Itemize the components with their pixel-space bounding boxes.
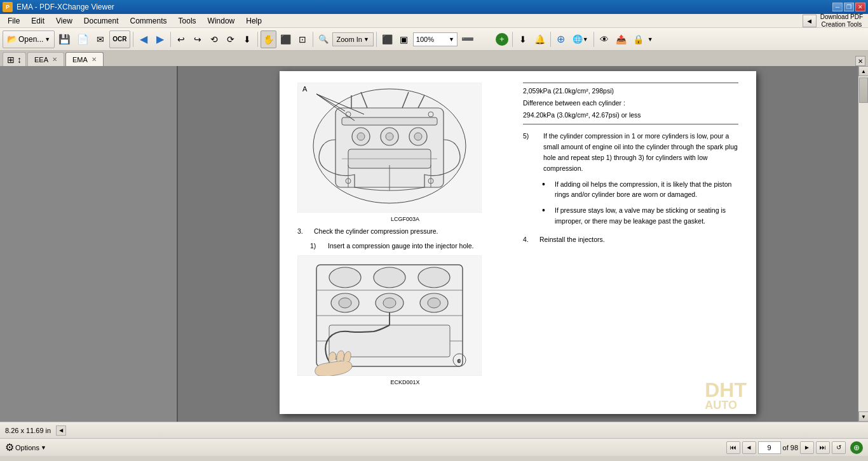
svg-point-19 [357, 133, 365, 140]
step4-number: 4. [523, 234, 534, 245]
menu-edit[interactable]: Edit [26, 15, 50, 27]
title-bar: P EMA - PDF-XChange Viewer ─ ❐ ✕ [0, 0, 868, 14]
scroll-track[interactable] [858, 76, 868, 411]
zoom-minus-button[interactable]: ➖ [459, 30, 477, 48]
separator-line [523, 83, 738, 83]
page-number-input[interactable] [758, 441, 781, 454]
tool-btn-7[interactable]: 🔒 [630, 30, 646, 48]
tool-btn-3[interactable]: ⊕ [553, 30, 569, 48]
scroll-up-btn[interactable]: ▲ [858, 66, 868, 76]
options-button[interactable]: ⚙ Options ▼ [5, 441, 46, 453]
tab-eea-close[interactable]: ✕ [52, 56, 57, 63]
fit-width-button[interactable]: ⬛ [379, 30, 395, 48]
app-tabs-icon[interactable]: ⊞ ↕ [3, 52, 26, 66]
right-scrollbar[interactable]: ▲ ▼ [858, 66, 868, 422]
nav-green-btn[interactable]: ⊕ [850, 441, 863, 454]
step3-container: 3. Check the cylinder compression pressu… [297, 226, 513, 237]
right-column: 2,059kPa (21.0kg/cm², 298psi) Difference… [523, 83, 738, 387]
step4-text: Reinstall the injectors. [539, 234, 605, 245]
download-pdf-button[interactable]: Download PDF Creation Tools [820, 13, 863, 29]
nav-prev-btn[interactable]: ◄ [742, 441, 756, 454]
nav-next-btn[interactable]: ► [800, 441, 814, 454]
tab-ema-close[interactable]: ✕ [92, 56, 97, 63]
tool-btn-6[interactable]: 📤 [613, 30, 629, 48]
separator-2 [170, 32, 171, 47]
tool-btn-2[interactable]: 🔔 [532, 30, 548, 48]
bottom-toolbar: ⚙ Options ▼ ⏮ ◄ of 98 ► ⏭ ↺ ⊕ [0, 438, 868, 456]
window-controls: ─ ❐ ✕ [832, 3, 865, 11]
save-as-button[interactable]: 📄 [74, 30, 92, 48]
step4-container: 4. Reinstall the injectors. [523, 234, 738, 245]
zoom-in-button[interactable]: Zoom In ▼ [332, 32, 374, 46]
menu-help[interactable]: Help [241, 15, 267, 27]
engine-diagram-2: c [297, 255, 482, 376]
step3-1-text: Insert a compression gauge into the inje… [328, 241, 473, 251]
nav-last-btn[interactable]: ⏭ [816, 441, 830, 454]
hand-tool-button[interactable]: ✋ [261, 30, 276, 48]
svg-point-33 [418, 267, 450, 288]
zoom-plus-button[interactable] [478, 30, 493, 48]
scroll-left-btn[interactable]: ◄ [56, 425, 66, 436]
zoom-combo[interactable]: 100% ▼ [413, 32, 458, 46]
left-column: A [297, 83, 513, 387]
pdf-area[interactable]: A [178, 66, 858, 422]
ocr-button[interactable]: OCR [109, 30, 130, 48]
bullet2-container: • If pressure stays low, a valve may be … [542, 205, 738, 227]
nav-refresh-btn[interactable]: ↺ [832, 441, 846, 454]
menu-tools[interactable]: Tools [173, 15, 201, 27]
diagram1-label-a: A [302, 84, 307, 95]
menu-view[interactable]: View [51, 15, 78, 27]
tool-btn-5[interactable]: 👁 [597, 30, 612, 48]
down-arrow-button[interactable]: ⬇ [240, 30, 255, 48]
scroll-down-btn[interactable]: ▼ [858, 411, 868, 422]
nav-forward-button[interactable]: ▶ [153, 30, 168, 48]
rotate-ccw2-button[interactable]: ⟲ [207, 30, 222, 48]
download-arrow-btn[interactable]: ◄ [803, 15, 817, 27]
menu-document[interactable]: Document [79, 15, 124, 27]
nav-back-button[interactable]: ◀ [136, 30, 151, 48]
step5-container: 5) If the cylinder compression in 1 or m… [523, 131, 738, 173]
nav-first-btn[interactable]: ⏮ [726, 441, 740, 454]
tab-ema[interactable]: EMA ✕ [65, 52, 104, 66]
step3-1-number: 1) [310, 241, 323, 251]
svg-point-37 [339, 298, 351, 308]
minimize-button[interactable]: ─ [832, 3, 843, 11]
left-panel [0, 66, 178, 422]
svg-point-20 [386, 133, 393, 140]
tab-eea[interactable]: EEA ✕ [27, 52, 64, 66]
menu-window[interactable]: Window [203, 15, 240, 27]
menu-comments[interactable]: Comments [125, 15, 172, 27]
step3-1-container: 1) Insert a compression gauge into the i… [310, 241, 513, 251]
separator-3 [257, 32, 258, 47]
bullet1-text: If adding oil helps the compression, it … [555, 179, 738, 201]
tool-btn-1[interactable]: ⬇ [515, 30, 531, 48]
rotate-cw-button[interactable]: ↪ [190, 30, 205, 48]
toolbar-dropdown[interactable]: ▼ [648, 36, 653, 43]
window-title: EMA - PDF-XChange Viewer [17, 3, 114, 11]
save-button[interactable]: 💾 [56, 30, 73, 48]
bullet1-dot: • [542, 179, 550, 201]
open-button[interactable]: 📂 Open... ▼ [3, 30, 55, 48]
select-tool-button[interactable]: ⬛ [278, 30, 294, 48]
page-of-label: of 98 [783, 444, 798, 451]
snapshot-tool-button[interactable]: ⊡ [295, 30, 310, 48]
tab-close-all[interactable]: ✕ [855, 56, 865, 66]
svg-point-39 [428, 298, 440, 308]
separator-line2 [523, 124, 738, 124]
email-button[interactable]: ✉ [93, 30, 108, 48]
restore-button[interactable]: ❐ [844, 3, 854, 11]
fit-page-button[interactable]: ▣ [397, 30, 412, 48]
scroll-thumb[interactable] [859, 77, 868, 103]
rotate-ccw-button[interactable]: ↩ [173, 30, 189, 48]
step5-number: 5) [523, 131, 537, 173]
zoom-green-circle[interactable]: + [496, 33, 508, 46]
pressure-line3: 294.20kPa (3.0kg/cm², 42.67psi) or less [523, 110, 738, 121]
step3-number: 3. [297, 226, 309, 237]
pdf-content: A [297, 83, 738, 387]
close-button[interactable]: ✕ [855, 3, 865, 11]
rotate-cw2-button[interactable]: ⟳ [223, 30, 238, 48]
step3-text: Check the cylinder compression pressure. [314, 226, 438, 237]
menu-file[interactable]: File [3, 15, 25, 27]
pressure-line1: 2,059kPa (21.0kg/cm², 298psi) [523, 86, 738, 97]
tool-btn-4[interactable]: 🌐 ▼ [570, 30, 591, 48]
